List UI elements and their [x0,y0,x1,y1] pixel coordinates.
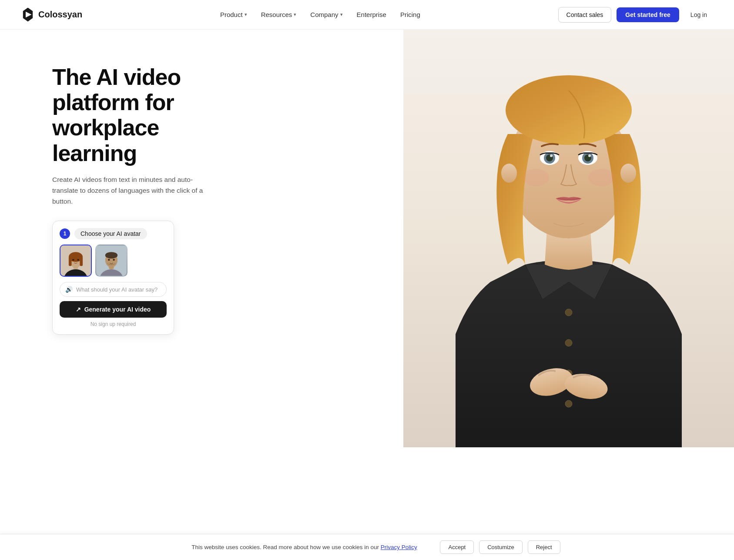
contact-sales-button[interactable]: Contact sales [558,7,612,23]
nav-resources[interactable]: Resources ▾ [255,7,303,22]
chevron-down-icon: ▾ [340,12,343,17]
get-started-button[interactable]: Get started free [617,7,679,22]
svg-point-15 [113,259,115,261]
navbar: Colossyan Product ▾ Resources ▾ Company … [0,0,734,30]
speaker-icon: 🔊 [65,286,73,293]
nav-enterprise[interactable]: Enterprise [351,7,392,22]
nav-pricing[interactable]: Pricing [394,7,426,22]
cookie-accept-button[interactable]: Accept [440,540,474,554]
cookie-reject-button[interactable]: Reject [528,540,560,554]
generate-button[interactable]: ↗ Generate your AI video [60,301,167,318]
nav-actions: Contact sales Get started free Log in [558,7,713,23]
cookie-text: This website uses cookies. Read more abo… [174,544,435,550]
step2-placeholder: What should your AI avatar say? [76,286,158,293]
svg-point-36 [588,169,614,186]
nav-product[interactable]: Product ▾ [214,7,253,22]
svg-point-20 [565,400,572,407]
privacy-policy-link[interactable]: Privacy Policy [381,544,417,550]
logo-play-icon [26,12,32,18]
svg-point-35 [523,169,549,186]
no-signup-text: No sign up required [60,321,167,327]
chevron-down-icon: ▾ [245,12,247,17]
svg-point-25 [501,164,517,183]
svg-point-30 [550,154,553,157]
avatar-widget: 1 Choose your AI avatar [52,221,174,335]
svg-point-14 [108,259,110,261]
avatar-man-image [96,245,127,276]
hero-section: The AI video platform for workplace lear… [0,30,734,560]
svg-point-34 [588,154,591,157]
logo-text: Colossyan [38,10,82,20]
step1-badge: 1 [60,228,70,239]
svg-point-18 [565,339,572,346]
hero-avatar-image [403,30,734,447]
avatar-woman-thumb[interactable] [60,245,92,277]
svg-rect-6 [80,257,83,266]
generate-label: Generate your AI video [84,306,151,313]
hero-left: The AI video platform for workplace lear… [0,56,235,335]
hero-title: The AI video platform for workplace lear… [52,64,235,166]
cookie-banner: This website uses cookies. Read more abo… [0,534,734,560]
hero-subtitle: Create AI videos from text in minutes an… [52,174,218,207]
svg-point-13 [105,252,117,258]
avatar-woman-image [60,245,91,276]
svg-point-17 [565,309,572,316]
generate-icon: ↗ [76,306,81,313]
svg-point-8 [77,259,79,261]
step2-row[interactable]: 🔊 What should your AI avatar say? [60,282,167,297]
step1-row: 1 Choose your AI avatar [60,228,167,239]
nav-company[interactable]: Company ▾ [304,7,349,22]
svg-point-26 [620,164,636,183]
logo[interactable]: Colossyan [21,8,82,22]
chevron-down-icon: ▾ [294,12,296,17]
svg-point-7 [72,259,74,261]
step1-label: Choose your AI avatar [74,228,147,239]
svg-point-24 [506,75,632,145]
login-button[interactable]: Log in [684,7,713,22]
cookie-customize-button[interactable]: Costumize [479,540,522,554]
logo-icon [21,8,35,22]
avatar-man-thumb[interactable] [95,245,127,277]
svg-rect-5 [69,257,72,266]
nav-links: Product ▾ Resources ▾ Company ▾ Enterpri… [214,7,426,22]
avatar-thumbnails [60,245,167,277]
